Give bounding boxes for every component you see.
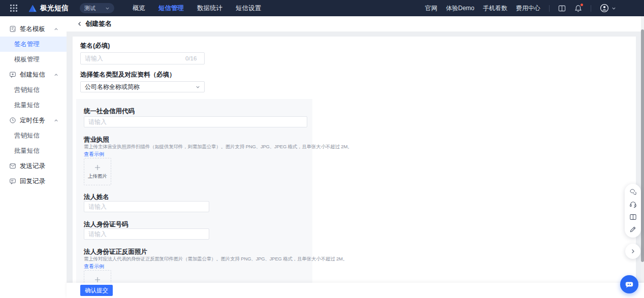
sidebar-item-send-records[interactable]: 发送记录	[0, 158, 67, 174]
signature-label: 签名(必填)	[80, 42, 110, 50]
link-demo[interactable]: 体验Demo	[446, 4, 474, 13]
sidebar-item-create-sms[interactable]: 创建短信	[0, 67, 67, 82]
sidebar-item-label: 定时任务	[20, 116, 45, 125]
credit-code-input[interactable]	[84, 116, 307, 127]
sidebar-item-scheduled-tasks[interactable]: 定时任务	[0, 113, 67, 128]
id-photo-desc: 需上传对应法人代表的身份证正反面复印件图片（需加盖公章）。图片支持 PNG、JP…	[84, 256, 347, 262]
sidebar-item-label: 签名管理	[14, 40, 40, 49]
sidebar-item-label: 回复记录	[20, 177, 45, 186]
sidebar-item-label: 营销短信	[14, 86, 40, 94]
signature-type-label: 选择签名类型及对应资料（必填）	[80, 71, 176, 79]
nav-overview[interactable]: 概览	[132, 0, 146, 16]
chevron-up-icon	[54, 118, 58, 123]
env-selector-value: 测试	[84, 5, 95, 12]
chat-bot-button[interactable]	[620, 275, 638, 293]
sidebar-item-template-manage[interactable]: 模板管理	[0, 52, 67, 67]
sidebar-item-signature-manage[interactable]: 签名管理	[0, 37, 67, 52]
form-footer: 确认提交	[67, 283, 644, 298]
create-signature-form: 签名(必填) 0/16 选择签名类型及对应资料（必填） 公司名称全称或简称 统一…	[73, 37, 636, 283]
scrollbar[interactable]	[641, 16, 644, 298]
legal-id-input[interactable]	[84, 228, 209, 240]
page-title: 创建签名	[85, 19, 112, 28]
upload-business-license[interactable]: 上传图片	[84, 158, 111, 185]
business-license-label: 营业执照	[84, 136, 109, 144]
robot-icon	[624, 279, 634, 289]
divider	[591, 5, 591, 12]
sidebar-item-marketing-sms-1[interactable]: 营销短信	[0, 82, 67, 97]
nav-sms-settings[interactable]: 短信设置	[235, 0, 262, 16]
id-photo-label: 法人身份证正反面照片	[84, 248, 147, 256]
view-example-link[interactable]: 查看示例	[84, 263, 104, 270]
sidebar-item-label: 签名模板	[20, 25, 45, 34]
link-official-site[interactable]: 官网	[425, 4, 437, 13]
upload-id-photo[interactable]	[84, 270, 111, 283]
chevron-down-icon	[611, 6, 616, 11]
headset-icon[interactable]	[629, 201, 637, 208]
page-header: 创建签名	[67, 16, 644, 31]
sidebar: 签名模板签名管理模板管理创建短信营销短信批量短信定时任务营销短信批量短信发送记录…	[0, 16, 67, 298]
confirm-submit-button[interactable]: 确认提交	[80, 285, 113, 296]
signature-type-value: 公司名称全称或简称	[85, 83, 196, 91]
bell-icon[interactable]	[574, 5, 582, 12]
sidebar-item-label: 创建短信	[20, 71, 45, 79]
app-grid-icon[interactable]	[10, 5, 17, 12]
clock-icon	[9, 117, 16, 124]
workbench-columns-icon[interactable]	[558, 5, 566, 12]
plus-icon	[94, 276, 101, 283]
sidebar-item-batch-sms-2[interactable]: 批量短信	[0, 143, 67, 158]
pencil-icon[interactable]	[629, 225, 637, 233]
nav-sms-manage[interactable]: 短信管理	[157, 0, 185, 16]
legal-id-label: 法人身份证号码	[84, 220, 128, 229]
sidebar-item-label: 发送记录	[20, 162, 45, 171]
scrollbar-thumb[interactable]	[641, 29, 644, 262]
user-menu[interactable]	[600, 4, 616, 13]
sidebar-item-label: 模板管理	[14, 55, 40, 64]
char-counter: 0/16	[185, 55, 197, 61]
collapse-toolbar-button[interactable]	[625, 244, 640, 259]
sidebar-item-marketing-sms-2[interactable]: 营销短信	[0, 128, 67, 143]
sidebar-item-reply-records[interactable]: 回复记录	[0, 174, 67, 189]
send-icon	[9, 162, 16, 170]
legal-name-input[interactable]	[84, 201, 209, 212]
sidebar-item-label: 营销短信	[14, 131, 40, 140]
chevron-down-icon	[105, 6, 110, 11]
topbar-right: 官网体验Demo手机看数费用中心	[425, 0, 616, 16]
sidebar-item-label: 批量短信	[14, 101, 40, 110]
message-plus-icon	[9, 71, 16, 78]
link-billing-center[interactable]: 费用中心	[516, 4, 540, 13]
help-toolbar	[625, 184, 641, 238]
link-mobile-stats[interactable]: 手机看数	[483, 4, 507, 13]
legal-name-label: 法人姓名	[84, 193, 109, 202]
top-nav: 概览短信管理数据统计短信设置	[132, 0, 262, 16]
company-material-panel: 统一社会信用代码 营业执照 需上传主体营业执照原件扫描件（如提供复印件，则需加盖…	[76, 99, 312, 283]
brand-logo-icon	[28, 5, 37, 12]
chevron-up-icon	[54, 27, 58, 31]
divider	[549, 5, 550, 12]
chevron-up-icon	[54, 73, 58, 77]
upload-label: 上传图片	[88, 173, 107, 180]
chevron-right-icon	[630, 249, 635, 254]
sidebar-item-label: 批量短信	[14, 147, 40, 155]
brand-title: 极光短信	[40, 4, 69, 13]
columns-icon[interactable]	[629, 213, 637, 221]
wechat-icon[interactable]	[629, 188, 637, 196]
view-example-link[interactable]: 查看示例	[84, 151, 104, 158]
nav-data-stats[interactable]: 数据统计	[196, 0, 223, 16]
plus-icon	[94, 164, 101, 171]
notification-dot	[581, 4, 583, 6]
env-selector[interactable]: 测试	[80, 3, 114, 13]
chevron-down-icon	[196, 85, 200, 89]
topbar: 极光短信 测试 概览短信管理数据统计短信设置 官网体验Demo手机看数费用中心	[0, 0, 644, 16]
sidebar-item-batch-sms-1[interactable]: 批量短信	[0, 97, 67, 113]
back-button[interactable]: 创建签名	[77, 19, 112, 28]
reply-icon	[9, 178, 16, 185]
avatar-icon	[600, 4, 609, 13]
credit-code-label: 统一社会信用代码	[84, 107, 135, 116]
chevron-left-icon	[77, 21, 82, 26]
sidebar-item-signature-template[interactable]: 签名模板	[0, 21, 67, 37]
template-icon	[9, 25, 16, 32]
business-license-desc: 需上传主体营业执照原件扫描件（如提供复印件，则需加盖公章）。图片支持 PNG、J…	[84, 144, 352, 150]
signature-type-select[interactable]: 公司名称全称或简称	[80, 81, 205, 92]
